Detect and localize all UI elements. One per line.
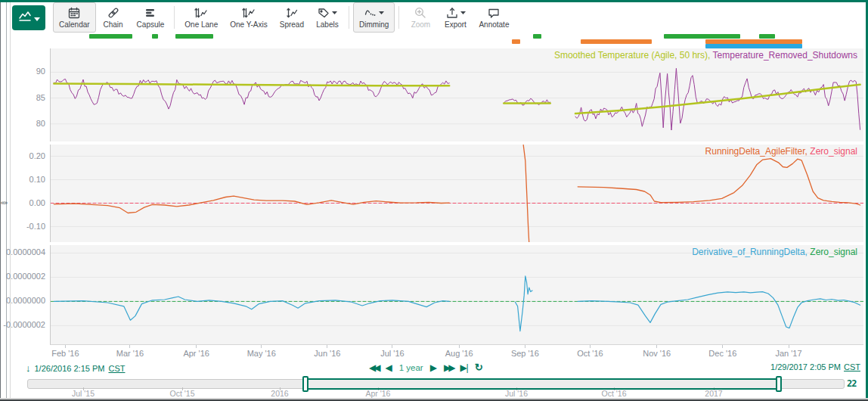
toolbar-button-label: Dimming bbox=[359, 20, 389, 29]
lane-plot-2[interactable]: RunningDelta_AgileFilter, Zero_signal bbox=[50, 145, 863, 242]
toolbar-separator bbox=[349, 6, 349, 29]
y-tick-label: 80 bbox=[0, 119, 45, 128]
step-back-button[interactable]: ◀◀ bbox=[369, 362, 378, 374]
lane-plot-1[interactable]: Smoothed Temperature (Agile, 50 hrs), Te… bbox=[50, 48, 863, 141]
series-Derivative-of-RunningDelta bbox=[578, 292, 860, 328]
x-tick-label: Jan '17 bbox=[766, 349, 811, 358]
toolbar-button-dimming[interactable]: Dimming bbox=[353, 2, 395, 33]
y-tick-label: 90 bbox=[0, 67, 45, 76]
toolbar-groups: CalendarChainCapsuleOne LaneOne Y-AxisSp… bbox=[53, 2, 515, 33]
chevron-down-icon bbox=[34, 11, 40, 24]
x-tick-label: Apr '16 bbox=[174, 349, 219, 358]
y-tick-label: 85 bbox=[0, 93, 45, 102]
toolbar-separator bbox=[398, 6, 399, 29]
x-tick-mark bbox=[261, 345, 262, 348]
toolbar-button-spread[interactable]: Spread bbox=[274, 2, 310, 33]
x-tick-mark bbox=[65, 345, 66, 348]
capsule-bar[interactable] bbox=[533, 34, 541, 39]
lane-plot-3[interactable]: Derivative_of_RunningDelta, Zero_signal bbox=[50, 245, 863, 345]
x-tick-label: Mar '16 bbox=[107, 349, 153, 358]
x-tick-mark bbox=[392, 345, 392, 348]
toolbar-button-one-lane[interactable]: One Lane bbox=[178, 2, 224, 33]
toolbar-button-capsule[interactable]: Capsule bbox=[131, 2, 171, 33]
x-tick-mark bbox=[789, 345, 789, 348]
capsule-bar[interactable] bbox=[581, 39, 652, 44]
chain-icon bbox=[107, 6, 120, 20]
display-range-end: 1/29/2017 2:05 PM CST bbox=[770, 362, 860, 371]
timebar-handle-left[interactable] bbox=[302, 376, 308, 392]
legend-item[interactable]: Derivative_of_RunningDelta, bbox=[692, 247, 810, 257]
range-navigation: ◀◀ ◀ 1 year ▶ ▶▶ ▶| ↻ bbox=[369, 362, 483, 374]
end-datetime[interactable]: 1/29/2017 2:05 PM bbox=[770, 362, 841, 371]
timebar-label: 2016 bbox=[259, 389, 301, 398]
calendar-icon bbox=[67, 6, 81, 20]
range-duration-label[interactable]: 1 year bbox=[399, 363, 423, 372]
lane-legend[interactable]: Smoothed Temperature (Agile, 50 hrs), Te… bbox=[554, 50, 857, 61]
toolbar-button-label: Calendar bbox=[59, 20, 90, 29]
toolbar-button-calendar[interactable]: Calendar bbox=[53, 2, 96, 33]
series-RunningDelta-AgileFilter bbox=[523, 145, 529, 242]
y-tick-label: 0.00 bbox=[0, 198, 45, 207]
legend-item[interactable]: Zero_signal bbox=[810, 146, 857, 157]
capsule-bar[interactable] bbox=[664, 34, 740, 39]
series-RunningDelta-AgileFilter bbox=[578, 159, 860, 205]
start-datetime[interactable]: 1/26/2016 2:15 PM bbox=[35, 364, 105, 373]
timebar-selection[interactable] bbox=[305, 378, 779, 390]
lane-legend[interactable]: RunningDelta_AgileFilter, Zero_signal bbox=[705, 146, 857, 157]
toolbar-button-chain[interactable]: Chain bbox=[96, 2, 131, 33]
capsule-bar[interactable] bbox=[512, 39, 520, 44]
go-to-end-button[interactable]: ▶| bbox=[460, 362, 467, 374]
toolbar-button-one-y-axis[interactable]: One Y-Axis bbox=[224, 2, 273, 33]
series-RunningDelta-AgileFilter bbox=[54, 196, 449, 213]
x-tick-label: Sep '16 bbox=[502, 349, 547, 358]
step-forward-button[interactable]: ▶▶ bbox=[444, 362, 453, 374]
toolbar-button-labels[interactable]: Labels bbox=[310, 2, 345, 33]
capsule-bar[interactable] bbox=[759, 34, 775, 39]
capsule-bar[interactable] bbox=[89, 34, 132, 39]
legend-item[interactable]: RunningDelta_AgileFilter, bbox=[705, 146, 811, 157]
x-tick-label: Jul '16 bbox=[370, 349, 415, 358]
y-tick-label: 0.10 bbox=[0, 175, 45, 184]
x-tick-mark bbox=[459, 345, 460, 348]
timebar-step-badge[interactable]: 22 bbox=[847, 378, 856, 389]
capsule-bar[interactable] bbox=[152, 34, 158, 39]
x-tick-mark bbox=[129, 345, 130, 348]
zoom-icon bbox=[414, 6, 427, 20]
y-tick-label: 0.20 bbox=[0, 151, 45, 160]
toolbar-button-label: Zoom bbox=[411, 20, 431, 29]
toolbar-button-label: Annotate bbox=[479, 20, 509, 29]
lane-legend[interactable]: Derivative_of_RunningDelta, Zero_signal bbox=[692, 247, 857, 257]
one-lane-icon bbox=[194, 6, 209, 20]
toolbar-button-label: Spread bbox=[280, 20, 304, 29]
capsule-bar[interactable] bbox=[175, 34, 213, 39]
refresh-icon[interactable]: ↻ bbox=[475, 362, 483, 374]
pan-back-button[interactable]: ◀ bbox=[385, 362, 392, 374]
legend-item[interactable]: Temperature_Removed_Shutdowns bbox=[713, 50, 857, 61]
timebar-label: Jul '16 bbox=[495, 389, 538, 398]
series-Temperature-Removed-Shutdowns bbox=[575, 68, 860, 130]
x-tick-label: Jun '16 bbox=[305, 349, 350, 358]
toolbar-button-label: One Y-Axis bbox=[230, 20, 267, 29]
end-timezone-link[interactable]: CST bbox=[844, 362, 860, 371]
goto-start-icon[interactable]: ↓ bbox=[26, 362, 31, 374]
legend-item[interactable]: Smoothed Temperature (Agile, 50 hrs), bbox=[554, 50, 713, 61]
timebar-label: Oct '16 bbox=[593, 389, 635, 398]
capsule-icon bbox=[144, 6, 157, 20]
y-tick-label: -0.10 bbox=[0, 222, 45, 231]
annotate-icon bbox=[487, 6, 501, 20]
lane-chart-2 bbox=[51, 145, 863, 242]
x-tick-mark bbox=[590, 345, 591, 348]
toolbar-separator bbox=[174, 6, 175, 29]
legend-item[interactable]: Zero_signal bbox=[810, 247, 857, 257]
lane-chart-1 bbox=[51, 48, 863, 141]
start-timezone-link[interactable]: CST bbox=[108, 364, 125, 373]
x-tick-mark bbox=[722, 345, 723, 348]
trend-chart-icon bbox=[18, 9, 32, 26]
toolbar-button-export[interactable]: Export bbox=[438, 2, 473, 33]
pan-forward-button[interactable]: ▶ bbox=[430, 362, 437, 374]
trend-view-button[interactable] bbox=[12, 5, 45, 30]
toolbar-button-annotate[interactable]: Annotate bbox=[473, 2, 515, 33]
display-range-start: ↓ 1/26/2016 2:15 PM CST bbox=[26, 362, 125, 374]
toolbar-button-label: One Lane bbox=[184, 20, 218, 29]
timebar-handle-right[interactable] bbox=[776, 376, 782, 392]
